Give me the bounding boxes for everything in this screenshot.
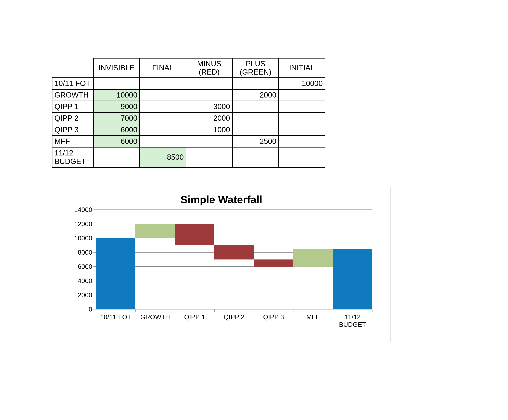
- cell-value: [233, 78, 278, 89]
- cell-final: [140, 78, 186, 90]
- plot-area: 02000400060008000100001200014000: [96, 210, 372, 309]
- ytick-label: 2000: [78, 291, 96, 299]
- cell-minus: 1000: [186, 124, 232, 136]
- cell-value: 6000: [94, 136, 139, 147]
- cell-plus: [232, 124, 279, 136]
- cell-plus: 2000: [232, 90, 279, 101]
- cell-value: 10000: [279, 78, 325, 89]
- cell-initial: [279, 90, 325, 101]
- cell-value: 2500: [233, 136, 278, 147]
- cell-value: [186, 78, 232, 89]
- cell-minus: 2000: [186, 112, 232, 124]
- table-row: QIPP 190003000: [52, 101, 325, 112]
- cell-plus: [232, 101, 279, 112]
- cell-value: [233, 102, 278, 112]
- cell-initial: [279, 112, 325, 124]
- row-label-cell: QIPP 2: [52, 112, 93, 124]
- cell-value: [140, 125, 186, 135]
- cell-initial: [279, 136, 325, 147]
- cell-value: [279, 90, 325, 100]
- table-row: QIPP 360001000: [52, 124, 325, 136]
- table-row: GROWTH100002000: [52, 90, 325, 101]
- cell-plus: [232, 78, 279, 90]
- cell-plus: [232, 112, 279, 124]
- table-row: MFF60002500: [52, 136, 325, 147]
- bar-green: [293, 249, 333, 267]
- xtick-mark: [96, 309, 96, 312]
- cell-final: [140, 136, 186, 147]
- header-plus: PLUS (GREEN): [232, 58, 279, 78]
- xtick-mark: [175, 309, 175, 312]
- cell-value: 6000: [94, 124, 139, 135]
- xtick-label: QIPP 2: [212, 313, 256, 321]
- cell-final: [140, 124, 186, 136]
- cell-value: [140, 78, 186, 89]
- cell-invisible: 7000: [93, 112, 140, 124]
- cell-value: [94, 152, 139, 162]
- cell-plus: [232, 147, 279, 167]
- chart-container: Simple Waterfall 02000400060008000100001…: [52, 187, 391, 342]
- cell-invisible: 6000: [93, 124, 140, 136]
- xtick-label: QIPP 1: [173, 313, 217, 321]
- cell-initial: 10000: [279, 78, 325, 90]
- row-label-cell: QIPP 3: [52, 124, 93, 136]
- ytick-label: 4000: [78, 277, 96, 285]
- bar-red: [175, 224, 214, 245]
- gridline: [96, 295, 372, 295]
- cell-value: 10000: [94, 90, 139, 101]
- cell-value: 8500: [140, 152, 186, 163]
- ytick-label: 6000: [78, 263, 96, 270]
- header-minus: MINUS (RED): [186, 58, 232, 78]
- xtick-label: MFF: [291, 313, 335, 321]
- cell-final: [140, 101, 186, 112]
- xtick-mark: [372, 309, 373, 312]
- cell-value: [140, 102, 186, 112]
- table-row: 11/12 BUDGET8500: [52, 147, 325, 167]
- table-header-row: INVISIBLE FINAL MINUS (RED) PLUS (GREEN)…: [52, 58, 325, 78]
- cell-value: [279, 113, 325, 123]
- row-label: QIPP 1: [52, 101, 93, 112]
- cell-minus: [186, 90, 232, 101]
- row-label-cell: 11/12 BUDGET: [52, 147, 93, 167]
- gridline: [96, 281, 372, 281]
- cell-minus: [186, 78, 232, 90]
- row-label-cell: MFF: [52, 136, 93, 147]
- ytick-label: 0: [89, 306, 96, 313]
- row-label-cell: QIPP 1: [52, 101, 93, 112]
- cell-invisible: 10000: [93, 90, 140, 101]
- data-table: INVISIBLE FINAL MINUS (RED) PLUS (GREEN)…: [52, 58, 325, 168]
- cell-invisible: 6000: [93, 136, 140, 147]
- cell-minus: [186, 147, 232, 167]
- xtick-mark: [254, 309, 254, 312]
- cell-value: [279, 102, 325, 112]
- cell-invisible: [93, 78, 140, 90]
- cell-value: [186, 136, 232, 147]
- cell-value: 9000: [94, 101, 139, 112]
- xtick-label: 10/11 FOT: [94, 313, 137, 321]
- cell-value: [140, 90, 186, 100]
- ytick-label: 8000: [78, 249, 96, 256]
- bar-blue: [96, 238, 135, 309]
- cell-initial: [279, 101, 325, 112]
- bar-red: [214, 245, 254, 260]
- ytick-label: 10000: [74, 234, 96, 242]
- header-blank: [52, 58, 93, 78]
- ytick-label: 14000: [74, 206, 96, 214]
- header-invisible: INVISIBLE: [93, 58, 140, 78]
- chart-title: Simple Waterfall: [52, 194, 390, 206]
- cell-final: [140, 90, 186, 101]
- bar-red: [254, 260, 293, 267]
- xtick-label: 11/12 BUDGET: [331, 313, 374, 328]
- table-row: QIPP 270002000: [52, 112, 325, 124]
- cell-value: [186, 152, 232, 162]
- cell-value: 2000: [233, 90, 278, 101]
- cell-value: [279, 152, 325, 162]
- gridline: [96, 210, 372, 210]
- cell-final: 8500: [140, 147, 186, 167]
- cell-minus: 3000: [186, 101, 232, 112]
- table-row: 10/11 FOT10000: [52, 78, 325, 90]
- header-final: FINAL: [140, 58, 186, 78]
- cell-value: [186, 90, 232, 100]
- cell-value: [233, 152, 278, 162]
- row-label: MFF: [52, 136, 93, 147]
